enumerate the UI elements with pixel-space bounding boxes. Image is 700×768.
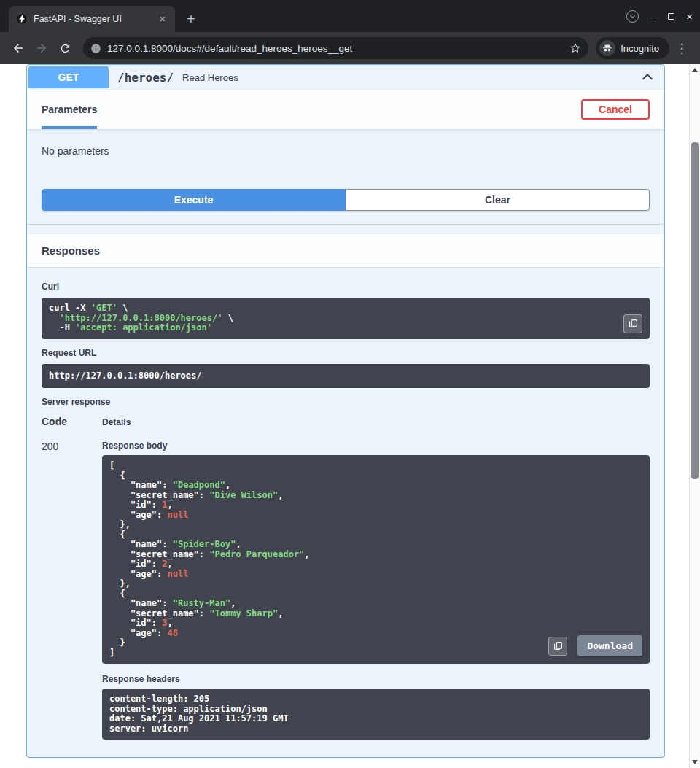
operation-summary[interactable]: GET /heroes/ Read Heroes — [27, 65, 664, 90]
site-info-icon[interactable] — [90, 43, 101, 54]
browser-tab[interactable]: FastAPI - Swagger UI × — [9, 6, 175, 32]
response-body-controls: Download — [548, 635, 642, 656]
triangle-up-icon — [692, 68, 698, 72]
response-body-block: [ { "name": "Deadpond", "secret_name": "… — [102, 455, 650, 664]
tab-title: FastAPI - Swagger UI — [34, 14, 150, 24]
divider — [27, 224, 664, 225]
response-headers-block: content-length: 205content-type: applica… — [102, 689, 650, 740]
scroll-up-button[interactable] — [690, 64, 700, 76]
tab-parameters[interactable]: Parameters — [42, 90, 97, 129]
parameters-header: Parameters Cancel — [27, 90, 664, 129]
response-body-json: [ { "name": "Deadpond", "secret_name": "… — [109, 461, 642, 658]
response-row-200: 200 Response body [ { "name": "Deadpond"… — [42, 441, 650, 740]
fastapi-favicon-icon — [16, 13, 28, 25]
no-parameters-text: No parameters — [42, 145, 109, 157]
page-content: GET /heroes/ Read Heroes Parameters Canc… — [0, 64, 689, 768]
download-button[interactable]: Download — [578, 635, 642, 656]
request-url-block: http://127.0.0.1:8000/heroes/ — [42, 364, 650, 389]
curl-command: curl -X 'GET' \ 'http://127.0.0.1:8000/h… — [49, 303, 642, 333]
tab-search-icon[interactable] — [626, 10, 639, 23]
code-column-header: Code — [42, 416, 102, 427]
operation-summary-text: Read Heroes — [182, 72, 238, 83]
minimize-button[interactable]: – — [650, 11, 656, 22]
responses-title: Responses — [42, 244, 100, 257]
tab-strip: FastAPI - Swagger UI × + – × — [0, 0, 700, 32]
triangle-down-icon — [692, 760, 698, 764]
reload-button[interactable] — [54, 37, 76, 59]
server-response-label: Server response — [42, 397, 650, 407]
response-headers-label: Response headers — [102, 674, 650, 684]
execute-button[interactable]: Execute — [42, 189, 346, 211]
scroll-down-button[interactable] — [690, 756, 700, 768]
tab-close-icon[interactable]: × — [156, 12, 169, 26]
curl-code-block: curl -X 'GET' \ 'http://127.0.0.1:8000/h… — [42, 298, 650, 339]
response-body-label: Response body — [102, 441, 650, 451]
back-button[interactable] — [7, 37, 29, 59]
response-table-header: Code Details — [42, 416, 650, 427]
browser-window: FastAPI - Swagger UI × + – × 127.0.0.1:8… — [0, 0, 700, 768]
bookmark-star-icon[interactable] — [569, 42, 581, 54]
parameters-body: No parameters — [27, 129, 664, 189]
copy-response-button[interactable] — [548, 637, 567, 656]
chevron-down-icon — [630, 12, 635, 18]
responses-body: Curl curl -X 'GET' \ 'http://127.0.0.1:8… — [27, 267, 664, 757]
request-url-value: http://127.0.0.1:8000/heroes/ — [49, 370, 642, 383]
incognito-label: Incognito — [621, 43, 659, 54]
close-window-button[interactable]: × — [686, 11, 693, 22]
browser-toolbar: 127.0.0.1:8000/docs#/default/read_heroes… — [0, 32, 700, 64]
details-column-header: Details — [102, 417, 131, 427]
url-bar[interactable]: 127.0.0.1:8000/docs#/default/read_heroes… — [83, 37, 588, 59]
copy-curl-button[interactable] — [623, 314, 642, 333]
forward-button[interactable] — [31, 37, 52, 59]
http-method-badge: GET — [28, 66, 109, 88]
curl-label: Curl — [42, 282, 650, 292]
incognito-icon — [599, 40, 615, 56]
operation-path: /heroes/ — [117, 71, 174, 85]
window-controls: – × — [626, 0, 693, 32]
responses-header: Responses — [27, 234, 664, 267]
maximize-button[interactable] — [668, 9, 674, 23]
new-tab-button[interactable]: + — [181, 9, 201, 29]
collapse-chevron-icon[interactable] — [642, 74, 653, 84]
page-scrollbar[interactable] — [689, 64, 700, 768]
request-url-label: Request URL — [42, 348, 650, 358]
response-details: Response body [ { "name": "Deadpond", "s… — [102, 441, 650, 740]
response-headers-text: content-length: 205content-type: applica… — [109, 694, 642, 734]
operation-block-get-heroes: GET /heroes/ Read Heroes Parameters Canc… — [26, 64, 665, 758]
swagger-page: GET /heroes/ Read Heroes Parameters Canc… — [0, 64, 700, 768]
scrollbar-thumb[interactable] — [691, 142, 699, 479]
incognito-badge: Incognito — [596, 37, 669, 59]
clear-button[interactable]: Clear — [346, 189, 650, 211]
maximize-icon — [668, 13, 674, 20]
scrollbar-track[interactable] — [690, 76, 700, 756]
execute-button-group: Execute Clear — [27, 189, 664, 211]
cancel-button[interactable]: Cancel — [581, 99, 650, 120]
status-code: 200 — [42, 441, 102, 740]
url-text: 127.0.0.1:8000/docs#/default/read_heroes… — [107, 43, 564, 54]
browser-menu-button[interactable]: ⋮ — [671, 37, 693, 59]
